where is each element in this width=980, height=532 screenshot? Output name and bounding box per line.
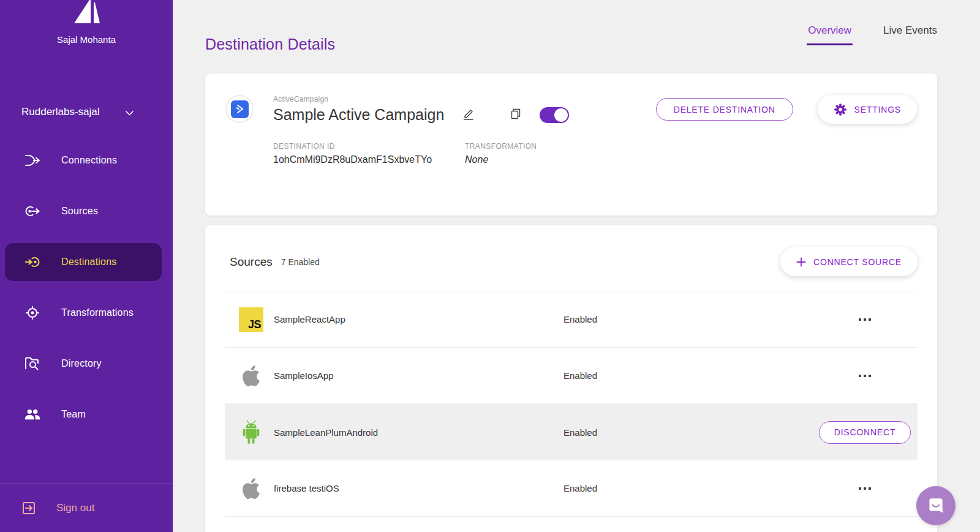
row-menu-ellipsis-icon[interactable] <box>855 315 875 324</box>
sidebar-item-directory[interactable]: Directory <box>5 345 162 383</box>
sidebar-item-destinations[interactable]: Destinations <box>5 243 162 281</box>
destination-id-value: 1ohCmMi9DzR8uDxamF1SxbveTYo <box>273 154 432 165</box>
sidebar-nav: Connections Sources Destinations Transfo… <box>0 141 173 446</box>
sign-out-icon <box>21 501 36 515</box>
sidebar-item-label: Team <box>61 409 86 420</box>
app-root: Sajal Mohanta Rudderlabs-sajal Connectio… <box>0 0 980 532</box>
plus-icon <box>796 257 806 267</box>
user-name: Sajal Mohanta <box>0 34 173 45</box>
chevron-down-icon <box>126 111 134 116</box>
connections-icon <box>24 154 40 167</box>
delete-destination-button[interactable]: DELETE DESTINATION <box>656 98 793 121</box>
source-status: Enabled <box>564 483 812 493</box>
tabs: Overview Live Events <box>808 24 937 45</box>
sources-card: Sources 7 Enabled CONNECT SOURCE JS Samp… <box>205 225 937 532</box>
source-row-selected: SampleLeanPlumAndroid Enabled DISCONNECT <box>225 404 918 460</box>
sidebar-item-label: Sources <box>61 206 98 217</box>
connect-source-button[interactable]: CONNECT SOURCE <box>780 247 918 276</box>
workspace-selector[interactable]: Rudderlabs-sajal <box>0 106 173 118</box>
sidebar-spacer <box>0 446 173 484</box>
sidebar-item-label: Connections <box>61 155 117 166</box>
source-row: firebase testiOS Enabled <box>225 460 918 517</box>
directory-icon <box>24 356 40 371</box>
row-menu-ellipsis-icon[interactable] <box>855 484 875 493</box>
transformation-block: TRANSFORMATION None <box>465 142 537 165</box>
destination-card: ActiveCampaign Sample Active Campaign DE… <box>205 73 937 215</box>
source-status: Enabled <box>564 314 812 324</box>
source-name: SampleIosApp <box>274 370 564 381</box>
transformations-icon <box>24 305 40 320</box>
disconnect-button[interactable]: DISCONNECT <box>819 421 911 444</box>
copy-id-icon[interactable] <box>510 108 521 122</box>
source-row: JS SampleReactApp Enabled <box>225 291 918 348</box>
main-content: Overview Live Events Destination Details… <box>173 0 980 532</box>
sources-enabled-count: 7 Enabled <box>281 257 320 267</box>
workspace-name: Rudderlabs-sajal <box>21 106 100 118</box>
sidebar-item-transformations[interactable]: Transformations <box>5 294 162 332</box>
sign-out-label: Sign out <box>56 502 94 514</box>
sources-table: JS SampleReactApp Enabled SampleIosApp E… <box>225 291 918 517</box>
source-status: Enabled <box>564 370 812 381</box>
settings-button-label: SETTINGS <box>854 105 901 114</box>
tab-overview[interactable]: Overview <box>808 24 851 45</box>
destinations-icon <box>24 255 40 269</box>
logo-block: Sajal Mohanta <box>0 0 173 45</box>
source-name: SampleReactApp <box>274 314 564 324</box>
apple-icon <box>238 364 264 388</box>
transformation-label: TRANSFORMATION <box>465 142 537 151</box>
transformation-value: None <box>465 154 537 165</box>
android-icon <box>238 419 264 445</box>
chat-widget-button[interactable] <box>916 486 956 525</box>
settings-button[interactable]: SETTINGS <box>818 95 917 124</box>
rudderstack-logo-icon <box>70 0 102 23</box>
tab-live-events[interactable]: Live Events <box>883 24 937 45</box>
destination-id-label: DESTINATION ID <box>273 142 432 151</box>
row-menu-ellipsis-icon[interactable] <box>855 371 875 381</box>
javascript-icon: JS <box>238 307 264 332</box>
team-icon <box>24 408 40 421</box>
edit-name-icon[interactable] <box>462 107 475 123</box>
sidebar-item-label: Destinations <box>61 257 116 268</box>
chat-bubble-icon <box>925 495 946 516</box>
source-name: firebase testiOS <box>274 483 564 493</box>
sources-icon <box>24 204 40 218</box>
toggle-knob <box>554 108 568 122</box>
destination-type-label: ActiveCampaign <box>273 95 569 103</box>
sidebar-item-label: Transformations <box>61 307 134 318</box>
sidebar-item-sources[interactable]: Sources <box>5 192 162 230</box>
connect-source-label: CONNECT SOURCE <box>813 257 902 267</box>
destination-enabled-toggle[interactable] <box>540 107 569 123</box>
sign-out-button[interactable]: Sign out <box>0 484 173 532</box>
sidebar-item-label: Directory <box>61 358 102 369</box>
source-name: SampleLeanPlumAndroid <box>274 427 564 438</box>
source-status: Enabled <box>564 427 812 438</box>
apple-icon <box>238 477 264 500</box>
destination-name: Sample Active Campaign <box>273 106 444 124</box>
destination-avatar <box>225 95 254 123</box>
gear-icon <box>834 103 847 116</box>
sources-title: Sources <box>230 255 273 269</box>
sidebar-item-connections[interactable]: Connections <box>5 141 162 179</box>
sidebar-item-team[interactable]: Team <box>5 395 162 433</box>
activecampaign-icon <box>231 100 249 118</box>
sidebar: Sajal Mohanta Rudderlabs-sajal Connectio… <box>0 0 173 532</box>
source-row: SampleIosApp Enabled <box>225 348 918 404</box>
destination-id-block: DESTINATION ID 1ohCmMi9DzR8uDxamF1SxbveT… <box>273 142 432 165</box>
